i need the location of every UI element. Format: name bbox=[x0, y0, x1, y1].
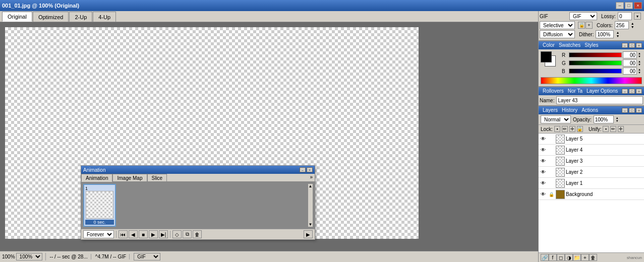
rollovers-minimize-button[interactable]: – bbox=[622, 89, 628, 94]
prev-frame-button[interactable]: ◀ bbox=[129, 230, 138, 238]
animation-expand-button[interactable]: » bbox=[308, 174, 315, 182]
tab-swatches[interactable]: Swatches bbox=[557, 42, 582, 48]
layer-visibility-toggle[interactable]: 👁 bbox=[540, 191, 547, 198]
palette-lock-icon[interactable]: 🔒 bbox=[578, 22, 585, 29]
layer-add-button[interactable]: + bbox=[581, 254, 589, 261]
green-slider-track[interactable] bbox=[569, 60, 622, 66]
frame-time: 0 sec. bbox=[85, 220, 114, 225]
layer-row[interactable]: 👁 Layer 1 bbox=[539, 178, 644, 189]
gif-format-select[interactable]: GIFJPEGPNG-8PNG-24 bbox=[569, 12, 597, 20]
layer-mask-button[interactable]: ◻ bbox=[557, 254, 565, 261]
blend-mode-select[interactable]: NormalMultiplyScreen bbox=[541, 115, 571, 123]
tab-optimized[interactable]: Optimized bbox=[33, 12, 69, 22]
unify-position-icon[interactable]: ✛ bbox=[618, 126, 624, 132]
layer-visibility-toggle[interactable]: 👁 bbox=[540, 136, 547, 143]
animation-close-button[interactable]: × bbox=[307, 167, 313, 172]
layer-visibility-toggle[interactable]: 👁 bbox=[540, 147, 547, 154]
color-minimize-button[interactable]: – bbox=[622, 43, 628, 48]
tab-history[interactable]: History bbox=[560, 107, 579, 113]
tab-image-map[interactable]: Image Map bbox=[112, 174, 147, 182]
green-value-input[interactable] bbox=[623, 59, 637, 67]
palette-select[interactable]: SelectiveAdaptivePerceptual bbox=[540, 21, 575, 29]
opacity-down[interactable]: ▼ bbox=[616, 119, 620, 122]
animation-scrollbar[interactable]: ▲ ▼ bbox=[308, 184, 313, 227]
color-spectrum[interactable] bbox=[541, 77, 642, 84]
layer-row[interactable]: 👁 Layer 2 bbox=[539, 167, 644, 178]
blue-slider-track[interactable] bbox=[569, 69, 622, 74]
layer-adjust-button[interactable]: ◑ bbox=[565, 254, 573, 261]
layers-expand-button[interactable]: » bbox=[636, 108, 642, 113]
duplicate-frame-button[interactable]: ⧉ bbox=[183, 230, 192, 238]
first-frame-button[interactable]: ⏮ bbox=[119, 230, 128, 238]
tab-layer-options[interactable]: Layer Options bbox=[584, 88, 620, 94]
lock-position-icon[interactable]: ✛ bbox=[569, 126, 575, 132]
rollovers-expand-button[interactable]: » bbox=[636, 89, 642, 94]
layer-fx-button[interactable]: f bbox=[549, 254, 557, 261]
lock-all-icon[interactable]: 🔒 bbox=[577, 126, 583, 132]
palette-add-icon[interactable]: + bbox=[586, 22, 593, 29]
maximize-button[interactable]: □ bbox=[625, 2, 633, 9]
tween-button[interactable]: ◇ bbox=[172, 230, 182, 238]
layer-delete-button[interactable]: 🗑 bbox=[589, 254, 597, 261]
blue-value-input[interactable] bbox=[623, 68, 637, 75]
dither-up-arrow[interactable]: ▲ bbox=[616, 31, 621, 34]
color-maximize-button[interactable]: □ bbox=[629, 43, 635, 48]
layer-visibility-toggle[interactable]: 👁 bbox=[540, 180, 547, 187]
tab-color[interactable]: Color bbox=[541, 42, 557, 48]
animation-frame-1[interactable]: 1 0 sec. bbox=[83, 184, 116, 227]
lock-transparent-icon[interactable]: ▪ bbox=[554, 126, 560, 132]
red-slider-track[interactable] bbox=[569, 52, 622, 57]
next-frame-button[interactable]: ▶| bbox=[159, 230, 168, 238]
layer-name-input[interactable] bbox=[556, 96, 643, 104]
b-down[interactable]: ▼ bbox=[638, 71, 642, 74]
layer-visibility-toggle[interactable]: 👁 bbox=[540, 158, 547, 165]
play-button[interactable]: ▶ bbox=[149, 230, 158, 238]
tab-rollovers[interactable]: Rollovers bbox=[541, 88, 566, 94]
r-down[interactable]: ▼ bbox=[638, 55, 642, 58]
foreground-color-swatch[interactable] bbox=[541, 51, 552, 62]
minimize-button[interactable]: – bbox=[616, 2, 624, 9]
layers-maximize-button[interactable]: □ bbox=[629, 108, 635, 113]
layers-minimize-button[interactable]: – bbox=[622, 108, 628, 113]
red-value-input[interactable] bbox=[623, 51, 637, 58]
close-button[interactable]: × bbox=[634, 2, 642, 9]
tab-slice[interactable]: Slice bbox=[147, 174, 167, 182]
layer-visibility-toggle[interactable]: 👁 bbox=[540, 169, 547, 176]
lossy-options-button[interactable]: ▼ bbox=[634, 13, 641, 20]
unify-image-icon[interactable]: ✏ bbox=[610, 126, 616, 132]
tab-nor-ta[interactable]: Nor Ta bbox=[566, 88, 584, 94]
tab-styles[interactable]: Styles bbox=[582, 42, 600, 48]
opacity-input[interactable] bbox=[594, 115, 614, 123]
stop-button[interactable]: ■ bbox=[139, 230, 148, 238]
zoom-dropdown[interactable]: 100%50%200% bbox=[16, 253, 42, 260]
tab-layers[interactable]: Layers bbox=[541, 107, 560, 113]
delete-frame-button[interactable]: 🗑 bbox=[193, 230, 202, 238]
layer-row[interactable]: 👁 Layer 5 bbox=[539, 134, 644, 145]
unify-transparent-icon[interactable]: ▪ bbox=[603, 126, 609, 132]
animation-minimize-button[interactable]: – bbox=[300, 167, 306, 172]
dither-down-arrow[interactable]: ▼ bbox=[616, 34, 621, 38]
loop-select[interactable]: Forever Once Other... bbox=[83, 230, 114, 238]
colors-up-arrow[interactable]: ▲ bbox=[631, 22, 636, 25]
layer-row[interactable]: 👁 Layer 3 bbox=[539, 156, 644, 167]
tab-4up[interactable]: 4-Up bbox=[93, 12, 116, 22]
colors-down-arrow[interactable]: ▼ bbox=[631, 25, 636, 29]
dither-input[interactable] bbox=[596, 30, 614, 38]
color-expand-button[interactable]: » bbox=[636, 43, 642, 48]
tab-2up[interactable]: 2-Up bbox=[69, 12, 92, 22]
layer-folder-button[interactable]: 📁 bbox=[573, 254, 581, 261]
animation-options-button[interactable]: ▶ bbox=[304, 230, 313, 238]
tab-animation[interactable]: Animation bbox=[81, 174, 112, 182]
g-down[interactable]: ▼ bbox=[638, 63, 642, 66]
lossy-input[interactable] bbox=[618, 12, 632, 20]
layer-row[interactable]: 👁 🔒 Background bbox=[539, 189, 644, 200]
layer-row[interactable]: 👁 Layer 4 bbox=[539, 145, 644, 156]
lock-image-icon[interactable]: ✏ bbox=[562, 126, 568, 132]
tab-original[interactable]: Original bbox=[2, 12, 32, 22]
colors-input[interactable] bbox=[615, 21, 629, 29]
dither-select[interactable]: DiffusionPatternNoise bbox=[540, 30, 575, 38]
layer-link-button[interactable]: 🔗 bbox=[541, 254, 549, 261]
tab-actions[interactable]: Actions bbox=[579, 107, 600, 113]
format-dropdown[interactable]: GIFJPEGPNG bbox=[134, 253, 160, 260]
rollovers-maximize-button[interactable]: □ bbox=[629, 89, 635, 94]
